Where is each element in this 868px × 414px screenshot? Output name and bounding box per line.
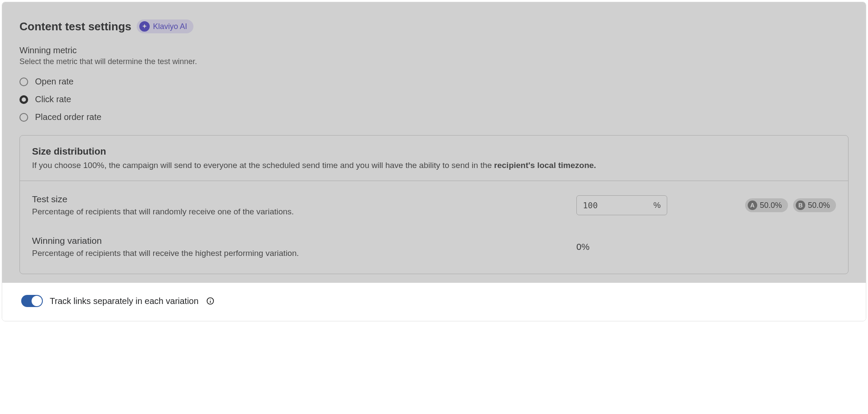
test-size-chips: A 50.0% B 50.0% <box>689 198 836 212</box>
toggle-knob <box>32 296 42 306</box>
radio-open-rate[interactable]: Open rate <box>19 77 849 87</box>
test-size-left: Test size Percentage of recipients that … <box>32 194 576 217</box>
size-distribution-card: Size distribution If you choose 100%, th… <box>19 135 849 274</box>
winning-metric-radio-group: Open rate Click rate Placed order rate <box>19 77 849 122</box>
winning-variation-value: 0% <box>576 242 589 252</box>
variation-chip-a: A 50.0% <box>745 198 788 212</box>
test-size-input-wrap[interactable]: % <box>576 195 667 215</box>
size-distribution-body: Test size Percentage of recipients that … <box>20 181 848 274</box>
radio-click-rate[interactable]: Click rate <box>19 94 849 104</box>
ai-badge: Klaviyo AI <box>137 19 193 33</box>
chip-letter: B <box>796 201 805 210</box>
winning-variation-label: Winning variation <box>32 236 563 246</box>
winning-metric-help: Select the metric that will determine th… <box>19 57 849 66</box>
test-size-input[interactable] <box>583 201 653 210</box>
chip-letter: A <box>748 201 757 210</box>
track-links-toggle[interactable] <box>21 295 43 307</box>
winning-variation-help: Percentage of recipients that will recei… <box>32 249 563 258</box>
radio-icon <box>19 113 28 122</box>
radio-label: Placed order rate <box>35 112 101 122</box>
winning-variation-row: Winning variation Percentage of recipien… <box>32 236 836 258</box>
sparkle-icon <box>139 21 150 32</box>
percent-suffix: % <box>653 201 661 210</box>
page-title: Content test settings <box>19 20 132 33</box>
test-size-input-cell: % <box>576 195 689 215</box>
test-size-label: Test size <box>32 194 563 204</box>
size-distribution-desc: If you choose 100%, the campaign will se… <box>32 161 836 170</box>
size-distribution-title: Size distribution <box>32 146 836 157</box>
chip-value: 50.0% <box>760 201 782 210</box>
radio-placed-order-rate[interactable]: Placed order rate <box>19 112 849 122</box>
test-size-row: Test size Percentage of recipients that … <box>32 194 836 217</box>
dimmed-settings-area: Content test settings Klaviyo AI Winning… <box>2 2 866 283</box>
footer-section: Track links separately in each variation <box>2 283 866 321</box>
variation-chip-b: B 50.0% <box>793 198 836 212</box>
track-links-label: Track links separately in each variation <box>50 296 199 306</box>
size-distribution-desc-prefix: If you choose 100%, the campaign will se… <box>32 161 494 170</box>
settings-panel: Content test settings Klaviyo AI Winning… <box>2 2 866 321</box>
info-icon[interactable] <box>206 296 215 306</box>
winning-variation-value-cell: 0% <box>576 242 689 252</box>
svg-point-2 <box>210 299 211 300</box>
winning-metric-label: Winning metric <box>19 45 849 55</box>
winning-variation-left: Winning variation Percentage of recipien… <box>32 236 576 258</box>
ai-badge-label: Klaviyo AI <box>153 22 187 31</box>
test-size-help: Percentage of recipients that will rando… <box>32 207 563 217</box>
title-row: Content test settings Klaviyo AI <box>19 19 849 33</box>
size-distribution-desc-bold: recipient's local timezone. <box>494 161 596 170</box>
radio-label: Open rate <box>35 77 74 87</box>
chip-value: 50.0% <box>808 201 830 210</box>
radio-label: Click rate <box>35 94 71 104</box>
radio-icon <box>19 78 28 86</box>
size-distribution-header: Size distribution If you choose 100%, th… <box>20 136 848 181</box>
radio-icon <box>19 95 28 104</box>
